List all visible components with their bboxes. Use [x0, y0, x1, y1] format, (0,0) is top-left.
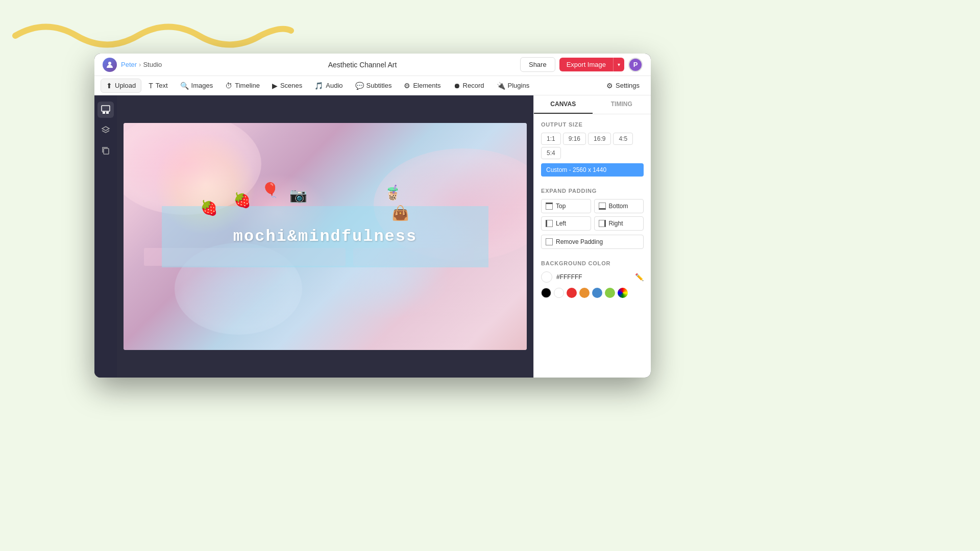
subtitles-icon: 💬: [355, 82, 364, 90]
export-dropdown-arrow[interactable]: ▾: [614, 59, 624, 70]
tab-timing[interactable]: TIMING: [593, 95, 651, 114]
text-label: Text: [156, 82, 168, 89]
audio-icon: 🎵: [314, 82, 323, 90]
toolbar-elements[interactable]: ⚙ Elements: [399, 79, 446, 92]
toolbar-scenes[interactable]: ▶ Scenes: [267, 79, 307, 92]
settings-label: Settings: [616, 82, 640, 89]
toolbar: ⬆ Upload T Text 🔍 Images ⏱ Timeline ▶ Sc…: [94, 76, 651, 95]
scenes-icon: ▶: [272, 82, 278, 90]
color-preset-rainbow[interactable]: [618, 288, 628, 298]
svg-rect-2: [103, 112, 105, 114]
canvas-frame: mochi&mindfulness 🍓 🍓 🎈 📷 🧋 👜: [124, 123, 527, 350]
record-icon: ⏺: [453, 82, 460, 90]
header-left: Peter › Studio: [103, 58, 205, 72]
subtitles-label: Subtitles: [366, 82, 392, 89]
sidebar-item-layers[interactable]: [97, 122, 114, 138]
avatar: [103, 58, 117, 72]
size-buttons: 1:1 9:16 16:9 4:5 5:4: [541, 133, 644, 159]
sticker-strawberry-2: 🍓: [233, 192, 251, 209]
toolbar-plugins[interactable]: 🔌 Plugins: [492, 79, 535, 92]
padding-btn-left[interactable]: Left: [541, 216, 591, 231]
project-title: Aesthetic Channel Art: [205, 61, 520, 69]
toolbar-settings[interactable]: ⚙ Settings: [601, 79, 645, 92]
upload-icon: ⬆: [106, 82, 112, 90]
timeline-label: Timeline: [235, 82, 260, 89]
svg-rect-3: [106, 112, 109, 114]
breadcrumb-user[interactable]: Peter: [121, 61, 137, 68]
color-preset-orange[interactable]: [579, 288, 590, 298]
color-preset-black[interactable]: [541, 288, 551, 298]
left-sidebar: [94, 95, 117, 378]
padding-left-icon: [546, 220, 553, 227]
sticker-camera: 📷: [289, 187, 307, 204]
plugins-label: Plugins: [508, 82, 530, 89]
record-label: Record: [463, 82, 484, 89]
padding-right-icon: [599, 220, 606, 227]
toolbar-upload[interactable]: ⬆ Upload: [101, 79, 141, 93]
color-presets: [541, 288, 644, 298]
toolbar-timeline[interactable]: ⏱ Timeline: [220, 79, 265, 92]
images-label: Images: [191, 82, 213, 89]
canvas-image: mochi&mindfulness 🍓 🍓 🎈 📷 🧋 👜: [124, 123, 527, 350]
padding-right-label: Right: [609, 220, 623, 227]
tab-canvas[interactable]: CANVAS: [534, 95, 593, 114]
toolbar-record[interactable]: ⏺ Record: [448, 79, 489, 92]
canvas-title: mochi&mindfulness: [233, 227, 417, 246]
color-picker-icon[interactable]: ✏️: [635, 273, 644, 281]
padding-btn-top[interactable]: Top: [541, 199, 591, 213]
sticker-strawberry-1: 🍓: [200, 199, 218, 216]
panel-tabs: CANVAS TIMING: [534, 95, 651, 114]
size-btn-5-4[interactable]: 5:4: [541, 147, 561, 159]
color-preset-green[interactable]: [605, 288, 615, 298]
breadcrumb-separator: ›: [139, 61, 141, 68]
export-button[interactable]: Export Image ▾: [559, 58, 624, 71]
canvas-area[interactable]: mochi&mindfulness 🍓 🍓 🎈 📷 🧋 👜: [117, 95, 533, 378]
timeline-icon: ⏱: [225, 82, 232, 90]
share-button[interactable]: Share: [520, 57, 555, 72]
svg-point-0: [108, 62, 111, 65]
color-swatch-white[interactable]: [541, 271, 552, 283]
user-avatar-button[interactable]: P: [628, 58, 643, 72]
color-hex-value: #FFFFFF: [556, 273, 631, 281]
toolbar-text[interactable]: T Text: [143, 79, 173, 92]
app-header: Peter › Studio Aesthetic Channel Art Sha…: [94, 54, 651, 76]
size-btn-9-16[interactable]: 9:16: [563, 133, 586, 145]
padding-btn-bottom[interactable]: Bottom: [594, 199, 644, 213]
export-main-label[interactable]: Export Image: [559, 58, 614, 71]
size-btn-1-1[interactable]: 1:1: [541, 133, 561, 145]
color-preset-white[interactable]: [554, 288, 564, 298]
expand-padding-title: EXPAND PADDING: [541, 188, 644, 194]
app-window: Peter › Studio Aesthetic Channel Art Sha…: [94, 54, 651, 378]
color-row: #FFFFFF ✏️: [541, 271, 644, 283]
padding-bottom-icon: [599, 203, 606, 210]
svg-rect-4: [104, 148, 109, 154]
bg-color-section: BACKGROUND COLOR #FFFFFF ✏️: [534, 253, 651, 302]
padding-bottom-label: Bottom: [609, 203, 628, 210]
toolbar-audio[interactable]: 🎵 Audio: [309, 79, 348, 92]
images-icon: 🔍: [180, 82, 189, 90]
toolbar-subtitles[interactable]: 💬 Subtitles: [350, 79, 397, 92]
size-btn-16-9[interactable]: 16:9: [588, 133, 611, 145]
sticker-balloon: 🎈: [261, 182, 279, 198]
remove-padding-button[interactable]: Remove Padding: [541, 235, 644, 249]
color-preset-blue[interactable]: [592, 288, 602, 298]
sidebar-item-media[interactable]: [97, 102, 114, 118]
size-btn-4-5[interactable]: 4:5: [613, 133, 633, 145]
settings-icon: ⚙: [606, 82, 613, 90]
elements-label: Elements: [413, 82, 440, 89]
color-preset-red[interactable]: [567, 288, 577, 298]
size-btn-custom[interactable]: Custom - 2560 x 1440: [541, 163, 644, 177]
plugins-icon: 🔌: [497, 82, 505, 90]
elements-icon: ⚙: [404, 82, 410, 90]
padding-btn-right[interactable]: Right: [594, 216, 644, 231]
expand-padding-section: EXPAND PADDING Top Bottom Left: [534, 181, 651, 253]
padding-grid: Top Bottom Left Right: [541, 199, 644, 231]
upload-label: Upload: [115, 82, 136, 89]
header-right: Share Export Image ▾ P: [520, 57, 643, 72]
padding-top-label: Top: [556, 203, 566, 210]
right-panel: CANVAS TIMING OUTPUT SIZE 1:1 9:16 16:9 …: [533, 95, 651, 378]
sidebar-item-copy[interactable]: [97, 142, 114, 159]
output-size-section: OUTPUT SIZE 1:1 9:16 16:9 4:5 5:4 Custom…: [534, 114, 651, 181]
toolbar-images[interactable]: 🔍 Images: [175, 79, 218, 92]
app-body: mochi&mindfulness 🍓 🍓 🎈 📷 🧋 👜 CANVAS TIM…: [94, 95, 651, 378]
